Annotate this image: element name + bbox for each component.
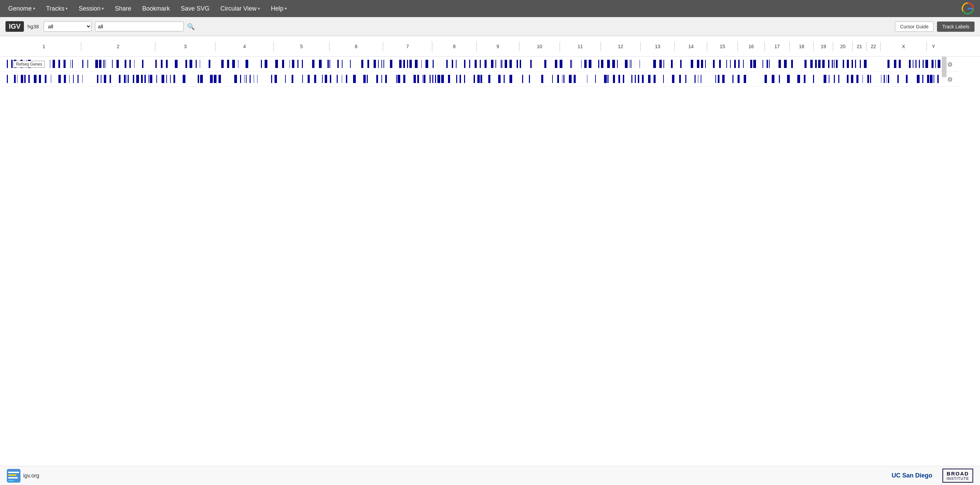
chrom-20-label: 20 [833,44,852,49]
svg-rect-5 [8,480,14,481]
search-input[interactable] [95,22,184,32]
chrom-3-label: 3 [155,44,215,49]
chrom-6-label: 6 [329,44,383,49]
chrom-label-17: 17 [765,36,789,56]
chrom-label-Y: Y [926,36,940,56]
share-menu-item[interactable]: Share [110,3,136,14]
chrom-label-22: 22 [866,36,880,56]
chrom-9-label: 9 [477,44,519,49]
chrom-label-4: 4 [215,36,274,56]
chrom-label-6: 6 [329,36,383,56]
chromosome-ruler: 12345678910111213141516171819202122XY [0,36,980,57]
genome-menu-item[interactable]: Genome ▾ [3,3,40,14]
bookmark-menu-item[interactable]: Bookmark [137,3,175,14]
tracks-menu-item[interactable]: Tracks ▾ [41,3,72,14]
help-menu-arrow: ▾ [285,6,287,11]
chrom-label-10: 10 [519,36,560,56]
track2-canvas [7,72,940,86]
footer-broad-label: BROAD INSTITUTE [942,469,973,483]
chrom-label-13: 13 [640,36,675,56]
chrom-label-14: 14 [675,36,707,56]
chrom-label-15: 15 [707,36,738,56]
locus-select[interactable]: all [44,21,92,32]
track2-settings-button[interactable]: ⚙ [945,75,955,85]
session-menu-item[interactable]: Session ▾ [74,3,108,14]
chrom-label-20: 20 [833,36,852,56]
chrom-label-18: 18 [789,36,814,56]
genome-menu-arrow: ▾ [33,6,35,11]
chrom-13-label: 13 [641,44,675,49]
tracks-container: Refseq Genes ⚙ ⚙ [0,57,980,87]
igv-logo: IGV [5,21,24,32]
chrom-22-label: 22 [867,44,880,49]
chrom-19-label: 19 [814,44,833,49]
cursor-guide-button[interactable]: Cursor Guide [895,22,934,32]
tracks-menu-label: Tracks [46,5,64,12]
genome-menu-label: Genome [8,5,32,12]
toolbar: IGV hg38 all 🔍 Cursor Guide Track Labels [0,17,980,36]
chrom-label-5: 5 [274,36,329,56]
chrom-label-8: 8 [432,36,476,56]
footer-igv-logo-icon [7,469,21,483]
chrom-Y-label: Y [927,44,940,49]
google-logo-icon [962,2,974,15]
chrom-label-X: X [880,36,927,56]
chrom-label-9: 9 [476,36,519,56]
genome-value: hg38 [27,24,38,29]
footer-igv-text: igv.org [23,473,39,479]
svg-rect-4 [8,477,18,479]
circular-view-menu-arrow: ▾ [258,6,260,11]
chrom-10-label: 10 [519,44,560,49]
tracks-menu-arrow: ▾ [65,6,68,11]
chrom-label-7: 7 [383,36,432,56]
chrom-14-label: 14 [675,44,707,49]
chrom-label-3: 3 [155,36,215,56]
chrom-label-2: 2 [81,36,155,56]
chrom-21-label: 21 [853,44,866,49]
share-menu-label: Share [115,5,131,12]
chrom-11-label: 11 [560,44,600,49]
chrom-label-1: 1 [7,36,81,56]
navbar: Genome ▾ Tracks ▾ Session ▾ Share Bookma… [0,0,980,17]
save-svg-menu-item[interactable]: Save SVG [176,3,215,14]
refseq-genes-track-row: Refseq Genes ⚙ [0,57,959,72]
help-menu-item[interactable]: Help ▾ [266,3,292,14]
help-menu-label: Help [271,5,283,12]
refseq-genes-label: Refseq Genes [14,61,45,68]
svg-rect-3 [8,474,16,476]
chrom-1-label: 1 [7,44,81,49]
chrom-label-21: 21 [852,36,866,56]
track2-row: ⚙ [0,72,959,87]
bookmark-menu-label: Bookmark [142,5,170,12]
chrom-label-19: 19 [813,36,833,56]
svg-rect-2 [8,472,19,473]
footer: igv.org UC San Diego BROAD INSTITUTE [0,466,980,485]
chrom-5-label: 5 [274,44,329,49]
refseq-genes-canvas: Refseq Genes [7,57,940,72]
chrom-8-label: 8 [432,44,476,49]
chrom-label-11: 11 [560,36,600,56]
search-button[interactable]: 🔍 [187,23,195,30]
chrom-18-label: 18 [790,44,814,49]
chrom-7-label: 7 [383,44,432,49]
chrom-15-label: 15 [707,44,738,49]
track-labels-button[interactable]: Track Labels [937,22,975,32]
chrom-2-label: 2 [81,44,155,49]
chrom-4-label: 4 [215,44,274,49]
session-menu-label: Session [78,5,100,12]
circular-view-menu-item[interactable]: Circular View ▾ [216,3,265,14]
chrom-label-12: 12 [601,36,641,56]
session-menu-arrow: ▾ [102,6,104,11]
genome-view: 12345678910111213141516171819202122XY Re… [0,36,980,87]
chrom-X-label: X [881,44,927,49]
circular-view-menu-label: Circular View [221,5,257,12]
footer-ucsd-label: UC San Diego [892,472,932,479]
chrom-label-16: 16 [738,36,765,56]
chrom-12-label: 12 [601,44,641,49]
chrom-17-label: 17 [765,44,789,49]
save-svg-menu-label: Save SVG [181,5,210,12]
chrom-16-label: 16 [738,44,765,49]
